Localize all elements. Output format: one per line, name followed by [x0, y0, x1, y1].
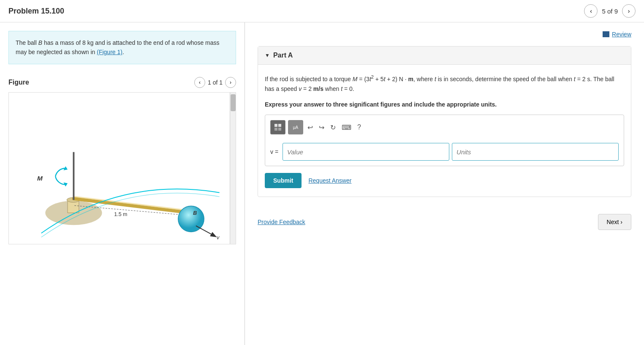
var-t5: t — [341, 85, 342, 92]
svg-rect-16 — [278, 124, 281, 127]
equation-label: v = — [270, 148, 278, 155]
format-button[interactable]: μA — [288, 120, 303, 134]
keyboard-button[interactable]: ⌨ — [340, 122, 353, 133]
figure-header: Figure ‹ 1 of 1 › — [8, 77, 236, 88]
var-t3: t — [435, 76, 436, 82]
desc-text-before-ball: The ball — [16, 39, 38, 46]
figure-scrollbar-thumb — [231, 94, 236, 111]
action-row: Submit Request Answer — [265, 173, 624, 188]
matrix-button[interactable] — [270, 120, 285, 134]
next-chevron-icon: › — [620, 219, 622, 225]
part-a-label: Part A — [273, 52, 293, 59]
main-layout: The ball B has a mass of 8 kg and is att… — [0, 22, 644, 345]
figure-count: 1 of 1 — [208, 79, 223, 86]
format-label: μA — [293, 125, 298, 130]
problem-title: Problem 15.100 — [8, 7, 64, 16]
var-t4: t — [574, 76, 576, 82]
next-problem-button[interactable]: › — [622, 4, 636, 18]
figure-nav: ‹ 1 of 1 › — [194, 77, 236, 88]
request-answer-link[interactable]: Request Answer — [308, 177, 351, 184]
svg-text:M: M — [37, 175, 43, 182]
svg-line-13 — [196, 226, 215, 236]
undo-button[interactable]: ↩ — [306, 122, 315, 133]
review-link[interactable]: Review — [612, 31, 631, 38]
figure-container: M 1.5 m B — [8, 92, 236, 244]
desc-ball-var: B — [38, 39, 42, 46]
answer-box: μA ↩ ↪ ↻ ⌨ ? v = — [265, 115, 624, 166]
bold-instruction: Express your answer to three significant… — [265, 101, 624, 108]
figure-scrollbar[interactable] — [230, 93, 236, 244]
refresh-button[interactable]: ↻ — [329, 122, 337, 133]
review-icon — [603, 31, 609, 37]
desc-period: . — [122, 49, 124, 55]
svg-text:1.5 m: 1.5 m — [114, 211, 127, 217]
svg-rect-15 — [274, 124, 277, 127]
figure-1-link[interactable]: (Figure 1) — [97, 49, 122, 55]
problem-text: If the rod is subjected to a torque M = … — [265, 73, 624, 94]
figure-next-button[interactable]: › — [225, 77, 236, 88]
matrix-icon — [274, 123, 282, 131]
nav-controls: ‹ 5 of 9 › — [584, 4, 636, 18]
next-button[interactable]: Next › — [598, 214, 631, 230]
provide-feedback-link[interactable]: Provide Feedback — [258, 219, 305, 225]
toolbar: μA ↩ ↪ ↻ ⌨ ? — [270, 120, 619, 138]
svg-text:v: v — [217, 235, 220, 241]
help-button[interactable]: ? — [356, 122, 363, 133]
prev-problem-button[interactable]: ‹ — [584, 4, 598, 18]
left-panel: The ball B has a mass of 8 kg and is att… — [0, 22, 245, 345]
part-a-section: ▼ Part A If the rod is subjected to a to… — [258, 46, 631, 197]
input-row: v = — [270, 143, 619, 161]
svg-rect-18 — [278, 128, 281, 131]
var-t2: t — [384, 76, 386, 82]
svg-text:B: B — [193, 210, 197, 216]
problem-description: The ball B has a mass of 8 kg and is att… — [8, 31, 236, 64]
page-count: 5 of 9 — [602, 8, 618, 15]
var-v: v — [299, 85, 302, 92]
review-link-container: Review — [258, 31, 631, 38]
units-input[interactable] — [452, 143, 619, 161]
figure-prev-button[interactable]: ‹ — [194, 77, 205, 88]
figure-label: Figure — [8, 79, 29, 86]
part-header: ▼ Part A — [258, 47, 631, 65]
svg-rect-17 — [274, 128, 277, 131]
submit-button[interactable]: Submit — [265, 173, 302, 188]
value-input[interactable] — [283, 143, 449, 161]
redo-button[interactable]: ↪ — [317, 122, 326, 133]
part-body: If the rod is subjected to a torque M = … — [258, 65, 631, 197]
figure-svg: M 1.5 m B — [9, 93, 236, 244]
collapse-icon[interactable]: ▼ — [265, 52, 270, 58]
bottom-row: Provide Feedback Next › — [258, 214, 631, 230]
next-label: Next — [607, 219, 619, 225]
top-bar: Problem 15.100 ‹ 5 of 9 › — [0, 0, 644, 22]
var-M: M — [353, 76, 358, 82]
right-panel: Review ▼ Part A If the rod is subjected … — [245, 22, 644, 345]
